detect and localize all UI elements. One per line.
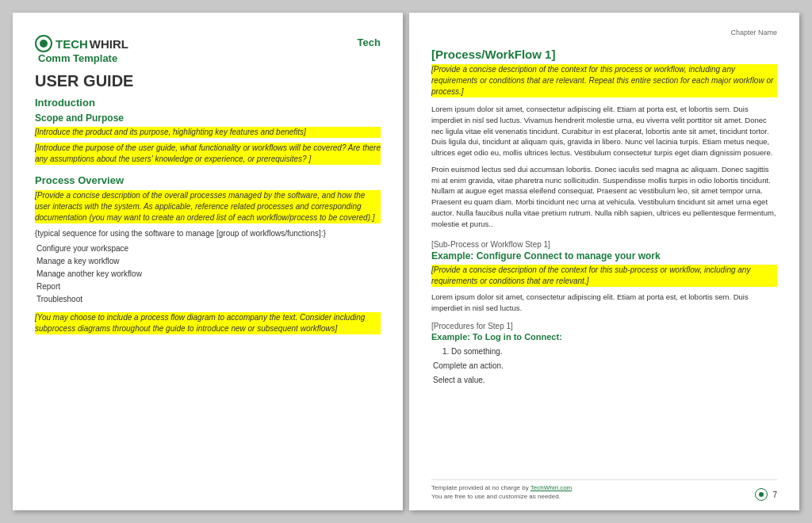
scope-highlight: [Introduce the product and its purpose, …: [35, 127, 381, 138]
pages-container: TECH WHIRL Comm Template Tech USER GUIDE…: [0, 0, 812, 523]
logo-icon-inner: [40, 40, 48, 48]
typical-sequence: {typical sequence for using the software…: [35, 228, 381, 239]
procedures-title: Example: To Log in to Connect:: [431, 332, 777, 342]
logo-right-label: Tech: [358, 36, 381, 48]
body-text-1: Lorem ipsum dolor sit amet, consectetur …: [431, 104, 777, 158]
process-title: [Process/WorkFlow 1]: [431, 48, 777, 61]
list-item: Troubleshoot: [36, 293, 381, 306]
purpose-highlight: [Introduce the purpose of the user guide…: [35, 143, 381, 165]
logo-icon: [35, 35, 52, 52]
list-item: Report: [36, 281, 381, 293]
list-item: Configure your workspace: [36, 242, 381, 255]
introduction-heading: Introduction: [35, 97, 381, 109]
procedure-step: 1. Do something.: [442, 346, 777, 357]
footer-icon-dot: [759, 492, 764, 497]
body-text-2: Proin euismod lectus sed dui accumsan lo…: [431, 164, 777, 230]
footer-right: 7: [755, 488, 777, 501]
process-overview-heading: Process Overview: [35, 174, 381, 186]
bottom-highlight: [You may choose to include a process flo…: [35, 312, 381, 334]
logo-whirl-text: WHIRL: [90, 37, 128, 51]
list-items: Configure your workspace Manage a key wo…: [35, 242, 381, 306]
user-guide-title: USER GUIDE: [35, 72, 381, 90]
subprocess-body: Lorem ipsum dolor sit amet, consectetur …: [431, 292, 777, 314]
scope-heading: Scope and Purpose: [35, 113, 381, 124]
footer-link[interactable]: TechWhirl.com: [530, 484, 572, 491]
procedures-label: [Procedures for Step 1]: [431, 322, 777, 330]
right-page: Chapter Name [Process/WorkFlow 1] [Provi…: [409, 13, 799, 510]
logo-subtitle: Comm Template: [38, 52, 128, 64]
logo-area: TECH WHIRL Comm Template Tech: [35, 35, 381, 64]
process-overview-highlight: [Provide a concise description of the ov…: [35, 190, 381, 223]
process-highlight: [Provide a concise description of the co…: [431, 64, 777, 97]
left-page: TECH WHIRL Comm Template Tech USER GUIDE…: [13, 13, 403, 510]
action-2: Select a value.: [433, 375, 777, 386]
footer-text-2: You are free to use and customize as nee…: [431, 493, 561, 500]
subprocess-highlight: [Provide a concise description of the co…: [431, 265, 777, 287]
chapter-name: Chapter Name: [431, 29, 777, 36]
footer-icon: [755, 488, 768, 501]
subprocess-title: Example: Configure Connect to manage you…: [431, 250, 777, 262]
list-item: Manage another key workflow: [36, 268, 381, 281]
logo-brand: TECH WHIRL: [35, 35, 128, 52]
footer-text: Template provided at no charge by TechWh…: [431, 483, 572, 501]
logo-left: TECH WHIRL Comm Template: [35, 35, 128, 64]
footer-text-1: Template provided at no charge by: [431, 484, 530, 491]
page-footer: Template provided at no charge by TechWh…: [431, 479, 777, 501]
subprocess-label: [Sub-Process or Workflow Step 1]: [431, 240, 777, 249]
subprocess-section: [Sub-Process or Workflow Step 1] Example…: [431, 240, 777, 314]
action-1: Complete an action.: [433, 361, 777, 372]
list-item: Manage a key workflow: [36, 255, 381, 268]
logo-tech-text: TECH: [56, 37, 88, 51]
procedures-section: [Procedures for Step 1] Example: To Log …: [431, 322, 777, 386]
page-number: 7: [772, 491, 777, 499]
